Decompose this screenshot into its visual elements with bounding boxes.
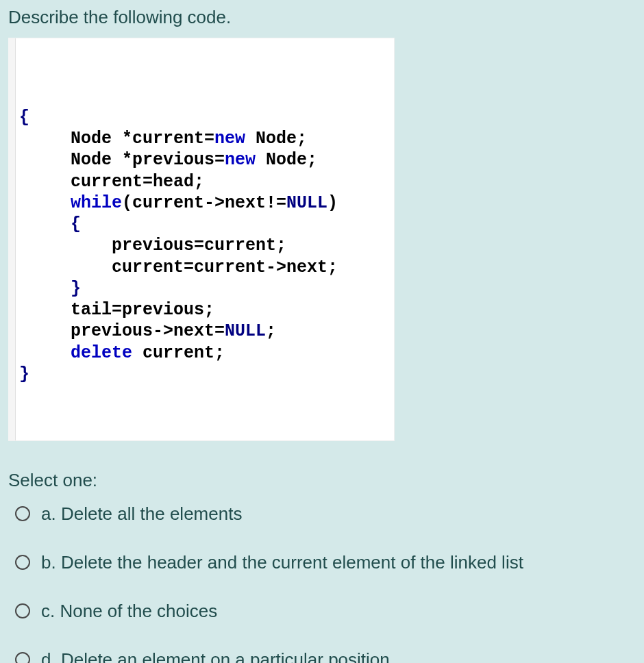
option-radio[interactable] xyxy=(15,603,30,618)
option-label: Delete an element on a particular positi… xyxy=(61,649,390,664)
option-letter: a. xyxy=(41,503,61,524)
code-block: { Node *current=new Node; Node *previous… xyxy=(8,38,395,441)
option-text: d. Delete an element on a particular pos… xyxy=(41,649,390,664)
option-radio[interactable] xyxy=(15,506,30,521)
option-label: None of the choices xyxy=(60,601,217,621)
option-row[interactable]: c. None of the choices xyxy=(15,601,636,622)
question-prompt: Describe the following code. xyxy=(8,7,636,28)
option-label: Delete the header and the current elemen… xyxy=(61,552,523,573)
option-text: b. Delete the header and the current ele… xyxy=(41,552,523,573)
option-letter: b. xyxy=(41,552,61,573)
option-row[interactable]: d. Delete an element on a particular pos… xyxy=(15,649,636,664)
option-radio[interactable] xyxy=(15,652,30,663)
option-letter: d. xyxy=(41,649,61,664)
option-text: a. Delete all the elements xyxy=(41,503,242,525)
select-one-label: Select one: xyxy=(8,470,636,491)
option-text: c. None of the choices xyxy=(41,601,217,622)
code-content: { Node *current=new Node; Node *previous… xyxy=(12,107,390,385)
option-letter: c. xyxy=(41,601,60,621)
option-radio[interactable] xyxy=(15,555,30,570)
quiz-question: Describe the following code. { Node *cur… xyxy=(0,0,644,663)
option-label: Delete all the elements xyxy=(61,503,242,524)
option-row[interactable]: b. Delete the header and the current ele… xyxy=(15,552,636,573)
code-gutter xyxy=(8,38,16,440)
options-group: a. Delete all the elements b. Delete the… xyxy=(8,503,636,664)
option-row[interactable]: a. Delete all the elements xyxy=(15,503,636,525)
